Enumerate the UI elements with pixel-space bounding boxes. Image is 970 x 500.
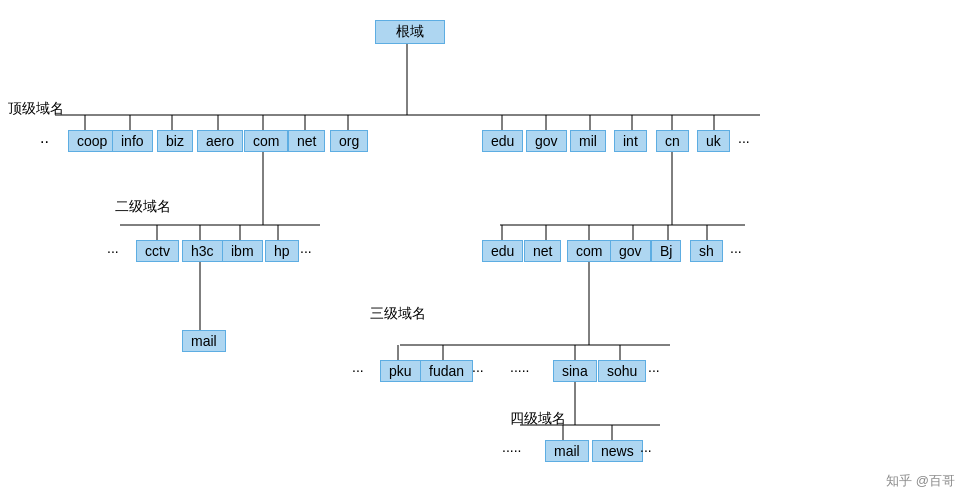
node-mail-l3: mail <box>182 330 226 352</box>
node-com-l2: com <box>567 240 611 262</box>
label-tld: 顶级域名 <box>8 100 64 118</box>
dots-right-l2right: ··· <box>730 243 742 259</box>
node-uk-l1: uk <box>697 130 730 152</box>
node-fudan: fudan <box>420 360 473 382</box>
dots-left-l1: ·· <box>40 133 49 151</box>
node-h3c: h3c <box>182 240 223 262</box>
dots-right-l2left: ··· <box>300 243 312 259</box>
dots-mid-l3r1: ··· <box>472 362 484 378</box>
node-cctv: cctv <box>136 240 179 262</box>
label-thirdld: 三级域名 <box>370 305 426 323</box>
node-news-l4: news <box>592 440 643 462</box>
label-sld: 二级域名 <box>115 198 171 216</box>
node-edu-l1: edu <box>482 130 523 152</box>
dots-left-l2: ··· <box>107 243 119 259</box>
node-com-l1: com <box>244 130 288 152</box>
node-gov-l1: gov <box>526 130 567 152</box>
dns-diagram: 根域 顶级域名 ·· coop info biz aero com net or… <box>0 0 970 500</box>
node-root: 根域 <box>375 20 445 44</box>
node-sh-l2: sh <box>690 240 723 262</box>
node-org-l1: org <box>330 130 368 152</box>
node-int-l1: int <box>614 130 647 152</box>
node-mil-l1: mil <box>570 130 606 152</box>
watermark: 知乎 @百哥 <box>886 472 955 490</box>
node-bj-l2: Bj <box>651 240 681 262</box>
node-mail-l4: mail <box>545 440 589 462</box>
node-net-l1: net <box>288 130 325 152</box>
node-sina: sina <box>553 360 597 382</box>
node-gov-l2: gov <box>610 240 651 262</box>
node-sohu: sohu <box>598 360 646 382</box>
node-aero: aero <box>197 130 243 152</box>
node-edu-l2: edu <box>482 240 523 262</box>
node-cn-l1: cn <box>656 130 689 152</box>
dots-right-l1: ··· <box>738 133 750 149</box>
node-ibm: ibm <box>222 240 263 262</box>
node-hp: hp <box>265 240 299 262</box>
label-fourthdl: 四级域名 <box>510 410 566 428</box>
node-pku: pku <box>380 360 421 382</box>
node-coop: coop <box>68 130 116 152</box>
dots-right-l4: ··· <box>640 442 652 458</box>
dots-mid-l3r2: ····· <box>510 362 529 378</box>
dots-left-l3r: ··· <box>352 362 364 378</box>
node-info: info <box>112 130 153 152</box>
node-net-l2: net <box>524 240 561 262</box>
dots-right-l3r: ··· <box>648 362 660 378</box>
dots-left-l4: ····· <box>502 442 521 458</box>
node-biz: biz <box>157 130 193 152</box>
